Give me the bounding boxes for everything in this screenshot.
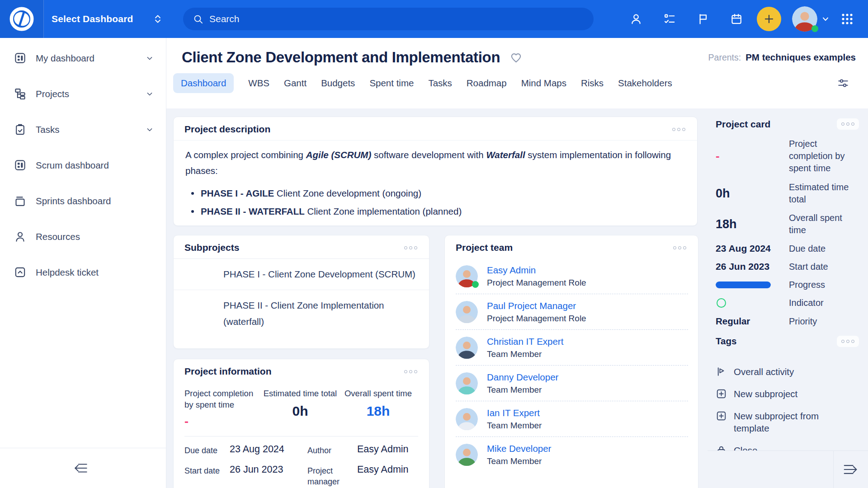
bullet-strong: PHASE II - WATERFALL (201, 206, 305, 216)
profile-avatar[interactable] (792, 6, 817, 32)
project-card-row-due-date: 23 Aug 2024 Due date (716, 239, 859, 258)
parent-project-link[interactable]: PM techniques examples (745, 52, 856, 63)
project-card-row-estimated: 0h Estimated time total (716, 178, 859, 209)
project-description-card: Project description A complex project co… (173, 117, 698, 226)
tab-dashboard[interactable]: Dashboard (173, 73, 234, 93)
page-settings-button[interactable] (837, 77, 849, 89)
flag-icon (697, 13, 709, 25)
archive-box-icon (14, 195, 26, 207)
card-menu-button[interactable] (670, 125, 688, 134)
sidebar-item-label: Resources (36, 231, 80, 242)
left-sidebar: My dashboard Projects Tasks (0, 38, 166, 488)
member-name-link[interactable]: Danny Developer (487, 372, 558, 383)
member-role: Project Management Role (487, 314, 586, 324)
tasks-list-button[interactable] (659, 9, 680, 29)
progress-bar[interactable] (716, 282, 771, 288)
tab-wbs[interactable]: WBS (248, 73, 269, 93)
sidebar-item-resources[interactable]: Resources (0, 219, 166, 254)
activity-flag-icon (716, 366, 727, 377)
chevron-down-icon[interactable] (145, 54, 154, 63)
member-name-link[interactable]: Christian IT Expert (487, 336, 563, 347)
team-member-row: Paul Project Manager Project Management … (456, 294, 688, 329)
user-icon (14, 230, 26, 243)
tab-budgets[interactable]: Budgets (321, 73, 355, 93)
card-menu-button[interactable] (670, 243, 689, 253)
chevron-down-icon[interactable] (145, 125, 154, 134)
hierarchy-icon (14, 88, 26, 100)
member-role: Team Member (487, 385, 558, 395)
search-input[interactable] (209, 14, 584, 24)
plus-icon (763, 13, 775, 25)
tab-spent-time[interactable]: Spent time (369, 73, 414, 93)
completion-value: - (716, 149, 789, 163)
card-menu-button[interactable] (401, 367, 420, 376)
favorite-button[interactable] (510, 52, 522, 64)
calendar-button[interactable] (726, 9, 747, 29)
stat-completion: Project completion by spent time - (184, 388, 262, 429)
due-date-value: 23 Aug 2024 (716, 243, 789, 254)
add-button[interactable] (757, 7, 781, 31)
tab-stakeholders[interactable]: Stakeholders (618, 73, 672, 93)
expand-panel-button[interactable] (841, 460, 859, 479)
topbar-actions (626, 0, 868, 38)
action-close-project[interactable]: Close (716, 439, 859, 450)
online-status-dot (811, 25, 818, 32)
member-role: Team Member (487, 421, 542, 431)
sidebar-item-sprints-dashboard[interactable]: Sprints dashboard (0, 183, 166, 219)
sidebar-item-projects[interactable]: Projects (0, 76, 166, 112)
tags-row: Tags (716, 331, 859, 352)
action-new-subproject-from-template[interactable]: New subproject from template (716, 405, 859, 439)
grid-menu-icon (840, 12, 854, 26)
apps-menu-button[interactable] (838, 10, 856, 28)
tab-gantt[interactable]: Gantt (284, 73, 307, 93)
search-icon (193, 14, 203, 24)
progress-label: Progress (789, 279, 859, 291)
panel-menu-button[interactable] (837, 118, 859, 130)
right-panel-footer (708, 450, 868, 488)
action-overall-activity[interactable]: Overall activity (716, 361, 859, 383)
profile-menu-chevron[interactable] (820, 14, 831, 24)
calendar-icon (730, 13, 743, 25)
stat-value: 18h (338, 404, 418, 419)
subproject-link[interactable]: PHASE I - Client Zone Development (SCRUM… (174, 259, 429, 290)
project-card-row-start-date: 26 Jun 2023 Start date (716, 258, 859, 276)
tab-roadmap[interactable]: Roadmap (467, 73, 507, 93)
spent-value: 18h (716, 217, 789, 231)
tab-tasks[interactable]: Tasks (428, 73, 452, 93)
tab-risks[interactable]: Risks (581, 73, 604, 93)
member-name-link[interactable]: Paul Project Manager (487, 300, 586, 311)
global-search (183, 8, 594, 30)
sidebar-item-my-dashboard[interactable]: My dashboard (0, 40, 166, 76)
sidebar-item-tasks[interactable]: Tasks (0, 112, 166, 147)
sidebar-item-scrum-dashboard[interactable]: Scrum dashboard (0, 147, 166, 183)
card-menu-button[interactable] (401, 243, 420, 253)
member-name-link[interactable]: Easy Admin (487, 265, 586, 276)
card-title: Subprojects (184, 242, 239, 253)
avatar (456, 337, 478, 359)
project-description-text: A complex project combining Agile (SCRUM… (174, 141, 697, 226)
tags-menu-button[interactable] (837, 336, 859, 347)
subproject-link[interactable]: PHASE II - Client Zone Implementation (w… (174, 290, 429, 337)
indicator-circle-icon (717, 298, 726, 308)
avatar (456, 265, 478, 287)
description-bullet: PHASE I - AGILE Client Zone development … (185, 184, 685, 202)
member-name-link[interactable]: Mike Developer (487, 443, 551, 454)
dashboard-selector[interactable]: Select Dashboard (52, 0, 163, 38)
tab-mind-maps[interactable]: Mind Maps (521, 73, 566, 93)
stat-label: Overall spent time (338, 388, 418, 399)
field-label: Due date (184, 444, 223, 456)
breadcrumb: Parents: PM techniques examples (708, 52, 856, 63)
collapse-sidebar-button[interactable] (72, 460, 90, 477)
sidebar-item-label: Scrum dashboard (36, 160, 109, 171)
action-new-subproject[interactable]: New subproject (716, 383, 859, 405)
chevron-down-icon[interactable] (145, 89, 154, 99)
member-role: Project Management Role (487, 278, 586, 288)
sidebar-item-helpdesk-ticket[interactable]: Helpdesk ticket (0, 254, 166, 290)
flag-button[interactable] (693, 9, 713, 29)
completion-label: Project completion by spent time (789, 138, 859, 174)
app-logo[interactable] (0, 0, 44, 38)
member-name-link[interactable]: Ian IT Expert (487, 408, 542, 418)
user-button[interactable] (626, 9, 646, 29)
dashboard-icon (14, 159, 26, 171)
card-title: Project information (184, 366, 272, 377)
